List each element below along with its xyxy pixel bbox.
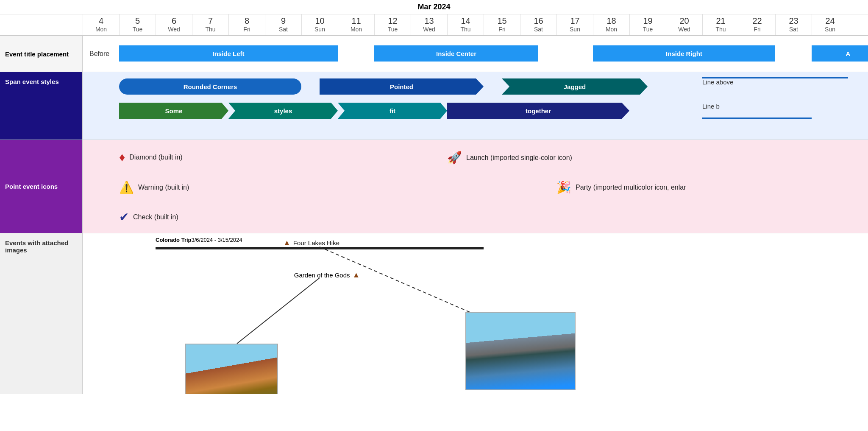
point-icon-symbol: 🎉 [556, 180, 571, 194]
event-title-row: Event title placement Before Inside Left… [0, 36, 868, 72]
day-col-8: 8Fri [228, 14, 265, 35]
day-col-10: 10Sun [301, 14, 338, 35]
trip-label: Colorado Trip3/6/2024 - 3/15/2024 [156, 237, 242, 243]
event-title-content: Before Inside LeftInside CenterInside Ri… [83, 36, 868, 72]
day-col-24: 24Sun [812, 14, 848, 35]
day-col-12: 12Tue [374, 14, 411, 35]
four-lakes-photo [465, 312, 576, 390]
fourlakes-connector-line [320, 247, 484, 318]
garden-connector-line [237, 278, 320, 344]
point-icon-symbol: 🚀 [447, 151, 462, 165]
day-col-17: 17Sun [556, 14, 593, 35]
event-title-bar[interactable]: Inside Right [593, 45, 775, 62]
span-event-content: Rounded CornersPointedJaggedLine aboveSo… [83, 72, 868, 140]
span-bar-row2[interactable]: styles [228, 103, 338, 119]
line-above-bar [702, 77, 848, 78]
before-text: Before [89, 50, 109, 58]
images-content: Colorado Trip3/6/2024 - 3/15/2024▲Four L… [83, 233, 868, 394]
point-icon-item: 🚀Launch (imported single-color icon) [447, 151, 572, 165]
day-col-21: 21Thu [702, 14, 739, 35]
day-col-9: 9Sat [265, 14, 301, 35]
span-bar-row1[interactable]: Jagged [502, 78, 648, 95]
point-icon-label: Warning (built in) [138, 184, 189, 191]
garden-gods-event: Garden of the Gods▲ [294, 271, 360, 280]
point-icon-item: ✔Check (built in) [119, 210, 178, 224]
point-event-row: Point event icons ♦Diamond (built in)⚠️W… [0, 140, 868, 233]
point-icon-symbol: ✔ [119, 210, 129, 224]
event-title-bar[interactable]: Inside Center [374, 45, 538, 62]
four-lakes-icon: ▲ [283, 238, 291, 247]
span-event-label: Span event styles [0, 72, 83, 140]
point-icon-label: Diamond (built in) [129, 154, 182, 161]
garden-gods-label: Garden of the Gods [294, 271, 350, 279]
trip-dates: 3/6/2024 - 3/15/2024 [192, 237, 242, 243]
point-icon-label: Party (imported multicolor icon, enlar [576, 184, 686, 191]
line-above-label: Line above [702, 78, 733, 86]
day-col-6: 6Wed [156, 14, 192, 35]
day-col-5: 5Tue [119, 14, 156, 35]
day-col-20: 20Wed [666, 14, 702, 35]
line-below-bar [702, 118, 812, 119]
span-bar-row2[interactable]: Some [119, 103, 228, 119]
span-bar-row1[interactable]: Pointed [320, 78, 484, 95]
line-below-label: Line b [702, 103, 720, 110]
day-col-15: 15Fri [484, 14, 520, 35]
garden-gods-icon: ▲ [353, 271, 360, 280]
span-bar-row2[interactable]: fit [338, 103, 447, 119]
day-col-16: 16Sat [520, 14, 556, 35]
point-icon-item: ♦Diamond (built in) [119, 151, 183, 164]
span-event-row: Span event styles Rounded CornersPointed… [0, 72, 868, 140]
month-label: Mar 2024 [0, 0, 868, 14]
span-bar-row2[interactable]: together [447, 103, 629, 119]
point-icon-item: 🎉Party (imported multicolor icon, enlar [556, 180, 686, 194]
day-col-19: 19Tue [629, 14, 666, 35]
day-col-4: 4Mon [83, 14, 119, 35]
event-title-bar[interactable]: A [812, 45, 868, 62]
day-col-14: 14Thu [447, 14, 484, 35]
day-col-18: 18Mon [593, 14, 629, 35]
four-lakes-event: ▲Four Lakes Hike [283, 238, 339, 247]
point-icon-symbol: ♦ [119, 151, 125, 164]
four-lakes-label: Four Lakes Hike [293, 239, 339, 246]
span-bar-row1[interactable]: Rounded Corners [119, 78, 301, 95]
calendar-header: Mar 2024 4Mon5Tue6Wed7Thu8Fri9Sat10Sun11… [0, 0, 868, 36]
point-event-content: ♦Diamond (built in)⚠️Warning (built in)✔… [83, 140, 868, 233]
trip-title: Colorado Trip [156, 237, 192, 243]
point-icon-label: Launch (imported single-color icon) [466, 154, 572, 162]
day-headers: 4Mon5Tue6Wed7Thu8Fri9Sat10Sun11Mon12Tue1… [83, 14, 868, 35]
point-icon-symbol: ⚠️ [119, 180, 134, 194]
images-label: Events with attached images [0, 233, 83, 394]
event-title-bar[interactable]: Inside Left [119, 45, 338, 62]
event-title-label: Event title placement [0, 36, 83, 72]
day-col-23: 23Sat [775, 14, 812, 35]
point-event-label: Point event icons [0, 140, 83, 233]
point-icon-label: Check (built in) [133, 213, 178, 221]
day-col-11: 11Mon [338, 14, 374, 35]
day-col-7: 7Thu [192, 14, 228, 35]
day-col-13: 13Wed [411, 14, 447, 35]
garden-of-gods-photo [185, 344, 278, 394]
images-row: Events with attached images Colorado Tri… [0, 233, 868, 394]
point-icon-item: ⚠️Warning (built in) [119, 180, 189, 194]
day-col-22: 22Fri [739, 14, 775, 35]
